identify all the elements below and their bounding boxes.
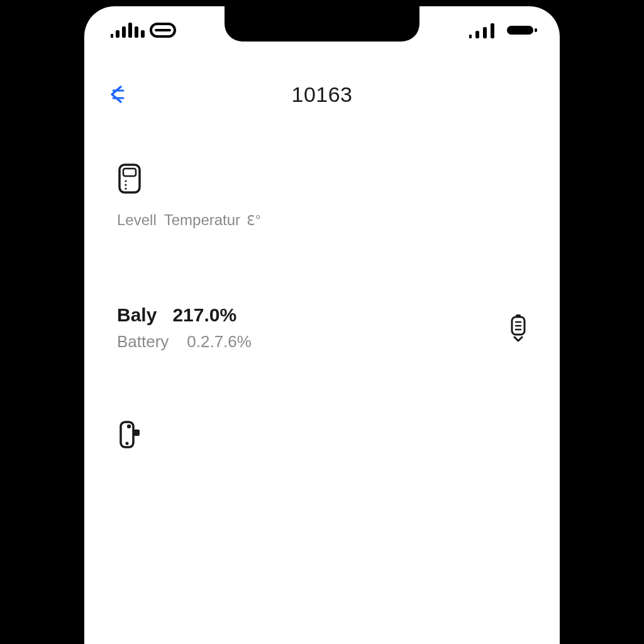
battery-primary-value: 217.0% [172,304,236,325]
battery-down-icon[interactable] [509,314,527,342]
svg-rect-8 [469,35,472,38]
phone-frame: 10163 Levell Temperatur Ɛ° Baly 217.0% [84,6,560,644]
svg-rect-17 [123,169,136,176]
battery-primary-label: Baly [117,304,157,325]
svg-rect-5 [141,30,145,38]
battery-primary-line: Baly 217.0% [117,304,252,326]
temperature-label: Temperatur [164,211,240,229]
battery-texts: Baly 217.0% Battery 0.2.7.6% [117,304,252,352]
svg-rect-10 [483,27,487,38]
battery-secondary-label: Battery [117,332,169,351]
back-icon [107,83,130,106]
page-title: 10163 [291,82,352,107]
svg-point-18 [125,180,126,182]
device-icon [117,164,527,194]
svg-point-19 [125,184,126,186]
svg-rect-1 [116,30,119,38]
content-area: Levell Temperatur Ɛ° Baly 217.0% Battery… [117,164,527,451]
level-label: Levell [117,211,157,229]
svg-rect-2 [122,26,126,38]
svg-point-28 [126,442,129,445]
svg-rect-0 [111,34,113,38]
battery-status-icon [507,24,537,36]
svg-rect-12 [507,26,533,35]
svg-rect-3 [128,23,132,38]
carrier-signal-icon [111,21,180,39]
svg-rect-9 [475,31,479,38]
temperature-unit: Ɛ° [247,213,261,229]
status-left [104,21,180,39]
battery-section: Baly 217.0% Battery 0.2.7.6% [117,304,527,352]
phone-icon [117,421,527,451]
svg-rect-4 [135,26,138,38]
battery-secondary-line: Battery 0.2.7.6% [117,332,252,352]
svg-rect-13 [535,28,537,32]
svg-rect-29 [133,430,140,436]
battery-secondary-value: 0.2.7.6% [187,332,252,351]
svg-rect-11 [491,23,494,38]
notch [225,6,419,42]
nav-bar: 10163 [84,74,560,114]
status-right [469,22,540,38]
signal-strength-icon [469,22,501,38]
svg-rect-27 [127,425,131,428]
level-temperature-row: Levell Temperatur Ɛ° [117,211,527,229]
back-button[interactable] [107,83,130,106]
svg-point-20 [125,187,126,189]
